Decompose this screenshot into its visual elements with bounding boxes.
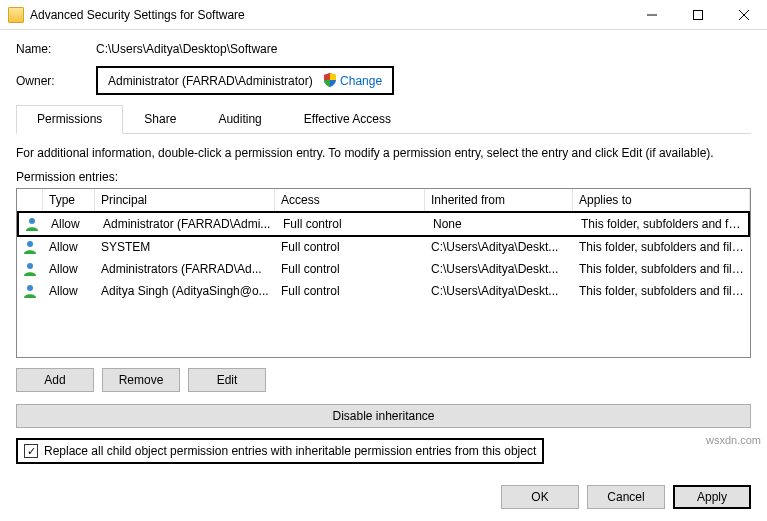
cancel-button[interactable]: Cancel [587,485,665,509]
cell-type: Allow [43,238,95,256]
svg-point-5 [27,241,33,247]
window-title: Advanced Security Settings for Software [30,8,629,22]
col-applies[interactable]: Applies to [573,189,750,211]
table-row[interactable]: AllowSYSTEMFull controlC:\Users\Aditya\D… [17,236,750,258]
folder-icon [8,7,24,23]
cell-applies: This folder, subfolders and files [573,260,750,278]
add-button[interactable]: Add [16,368,94,392]
edit-button[interactable]: Edit [188,368,266,392]
cell-access: Full control [275,260,425,278]
replace-checkbox-row[interactable]: ✓ Replace all child object permission en… [16,438,544,464]
col-access[interactable]: Access [275,189,425,211]
permissions-table: Type Principal Access Inherited from App… [16,188,751,358]
change-owner-link[interactable]: Change [323,73,382,88]
col-principal[interactable]: Principal [95,189,275,211]
disable-inheritance-button[interactable]: Disable inheritance [16,404,751,428]
user-icon [24,216,40,232]
replace-checkbox-label: Replace all child object permission entr… [44,444,536,458]
cell-inherited: None [427,215,575,233]
tab-permissions[interactable]: Permissions [16,105,123,134]
name-value: C:\Users\Aditya\Desktop\Software [96,42,277,56]
cell-applies: This folder, subfolders and files [575,215,748,233]
cell-principal: Aditya Singh (AdityaSingh@o... [95,282,275,300]
svg-point-4 [29,218,35,224]
info-text: For additional information, double-click… [16,146,751,160]
cell-inherited: C:\Users\Aditya\Deskt... [425,238,573,256]
maximize-button[interactable] [675,0,721,30]
cell-type: Allow [45,215,97,233]
replace-checkbox[interactable]: ✓ [24,444,38,458]
user-icon [22,239,38,255]
owner-box: Administrator (FARRAD\Administrator) Cha… [96,66,394,95]
col-type[interactable]: Type [43,189,95,211]
cell-applies: This folder, subfolders and files [573,282,750,300]
svg-rect-1 [694,10,703,19]
ok-button[interactable]: OK [501,485,579,509]
shield-icon [323,73,337,88]
cell-inherited: C:\Users\Aditya\Deskt... [425,260,573,278]
tab-auditing[interactable]: Auditing [197,105,282,133]
svg-point-6 [27,263,33,269]
table-row[interactable]: AllowAditya Singh (AdityaSingh@o...Full … [17,280,750,302]
tabs: Permissions Share Auditing Effective Acc… [16,105,751,134]
cell-type: Allow [43,282,95,300]
watermark: wsxdn.com [706,434,761,446]
owner-label: Owner: [16,74,96,88]
user-icon [22,283,38,299]
cell-access: Full control [275,238,425,256]
cell-principal: Administrator (FARRAD\Admi... [97,215,277,233]
tab-share[interactable]: Share [123,105,197,133]
footer-buttons: OK Cancel Apply [501,485,751,509]
content-area: Name: C:\Users\Aditya\Desktop\Software O… [0,30,767,476]
minimize-button[interactable] [629,0,675,30]
remove-button[interactable]: Remove [102,368,180,392]
cell-applies: This folder, subfolders and files [573,238,750,256]
cell-principal: Administrators (FARRAD\Ad... [95,260,275,278]
tab-effective-access[interactable]: Effective Access [283,105,412,133]
titlebar: Advanced Security Settings for Software [0,0,767,30]
cell-type: Allow [43,260,95,278]
name-label: Name: [16,42,96,56]
close-button[interactable] [721,0,767,30]
cell-access: Full control [275,282,425,300]
cell-inherited: C:\Users\Aditya\Deskt... [425,282,573,300]
cell-principal: SYSTEM [95,238,275,256]
apply-button[interactable]: Apply [673,485,751,509]
entries-label: Permission entries: [16,170,751,184]
col-icon[interactable] [17,189,43,211]
change-link-text: Change [340,74,382,88]
entry-buttons: Add Remove Edit [16,368,751,392]
owner-value: Administrator (FARRAD\Administrator) [108,74,313,88]
table-row[interactable]: AllowAdministrator (FARRAD\Admi...Full c… [17,211,750,237]
table-row[interactable]: AllowAdministrators (FARRAD\Ad...Full co… [17,258,750,280]
col-inherited[interactable]: Inherited from [425,189,573,211]
svg-point-7 [27,285,33,291]
cell-access: Full control [277,215,427,233]
user-icon [22,261,38,277]
